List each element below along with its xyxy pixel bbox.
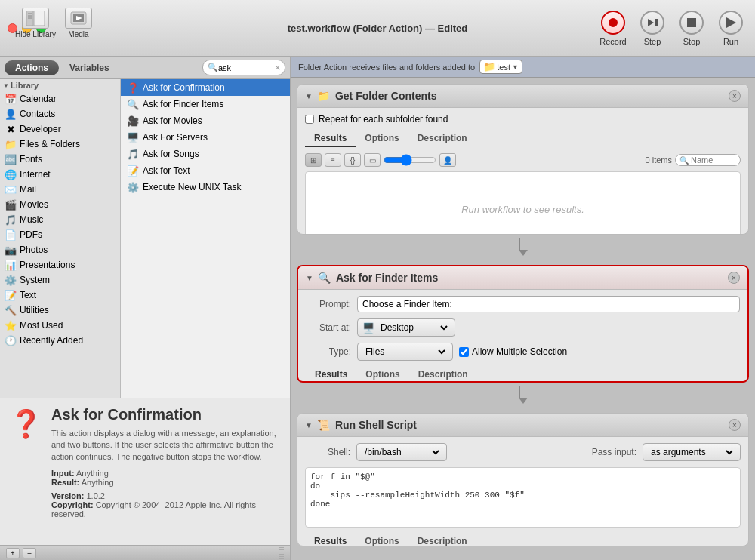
type-select[interactable]: Files Folders Files and Folders <box>357 343 453 361</box>
record-button[interactable]: Record <box>596 11 630 46</box>
tab-options-3[interactable]: Options <box>356 534 408 546</box>
sidebar-item-presentations[interactable]: 📊 Presentations <box>0 257 120 272</box>
code-editor[interactable]: for f in "$@" do sips --resampleHeightWi… <box>305 467 741 528</box>
hide-library-button[interactable]: Hide Library <box>15 8 56 38</box>
get-folder-contents-close[interactable]: × <box>729 90 741 102</box>
sidebar-item-system[interactable]: ⚙️ System <box>0 272 120 288</box>
shell-dropdown[interactable]: /bin/bash /bin/sh /usr/bin/perl <box>362 446 442 458</box>
sidebar-item-pdfs[interactable]: 📄 PDFs <box>0 227 120 242</box>
sidebar-item-fonts[interactable]: 🔤 Fonts <box>0 152 120 167</box>
collapse-icon-3[interactable]: ▼ <box>305 421 313 429</box>
view-grid-button[interactable]: ⊞ <box>305 153 322 167</box>
sidebar-item-label: Most Used <box>20 320 63 331</box>
shell-select[interactable]: /bin/bash /bin/sh /usr/bin/perl <box>356 443 447 461</box>
sidebar-item-developer[interactable]: ✖ Developer <box>0 122 120 137</box>
run-button[interactable]: Run <box>714 11 747 46</box>
svg-marker-8 <box>648 19 654 26</box>
library-header[interactable]: ▼ Library <box>0 79 120 91</box>
result-label: Ask for Confirmation <box>143 82 225 93</box>
tab-description-3[interactable]: Description <box>408 534 476 546</box>
result-ask-movies[interactable]: 🎥 Ask for Movies <box>121 112 290 129</box>
remove-action-button[interactable]: – <box>23 548 36 558</box>
sidebar-item-files[interactable]: 📁 Files & Folders <box>0 137 120 152</box>
result-ask-servers[interactable]: 🖥️ Ask For Servers <box>121 129 290 146</box>
resize-handle[interactable] <box>279 547 284 559</box>
sidebar-item-label: Contacts <box>20 109 55 119</box>
media-button[interactable]: Media <box>65 8 92 38</box>
prompt-input[interactable] <box>357 296 740 312</box>
sidebar-item-mail[interactable]: ✉️ Mail <box>0 182 120 197</box>
collapse-icon[interactable]: ▼ <box>305 92 313 100</box>
tab-description-1[interactable]: Description <box>408 131 476 147</box>
tab-options-2[interactable]: Options <box>356 367 408 383</box>
type-dropdown[interactable]: Files Folders Files and Folders <box>362 346 448 358</box>
tab-results-3[interactable]: Results <box>305 534 356 546</box>
description-panel: ❓ Ask for Confirmation This action displ… <box>0 398 290 545</box>
sidebar-item-label: Utilities <box>20 305 49 315</box>
execute-unix-icon: ⚙️ <box>127 181 139 193</box>
start-at-select[interactable]: 🖥️ Desktop Home Documents <box>357 318 455 337</box>
results-list: ❓ Ask for Confirmation 🔍 Ask for Finder … <box>121 79 290 398</box>
result-execute-unix[interactable]: ⚙️ Execute New UNIX Task <box>121 179 290 195</box>
connector-1 <box>291 235 755 259</box>
result-label: Ask for Finder Items <box>143 99 223 109</box>
stop-button[interactable]: Stop <box>675 11 708 46</box>
pass-input-select[interactable]: as arguments to stdin <box>643 443 741 461</box>
sidebar-item-internet[interactable]: 🌐 Internet <box>0 167 120 182</box>
tab-results-1[interactable]: Results <box>305 131 356 147</box>
sidebar-item-movies[interactable]: 🎬 Movies <box>0 197 120 212</box>
right-panel: Folder Action receives files and folders… <box>291 57 755 560</box>
run-shell-script-title: Run Shell Script <box>335 419 724 431</box>
view-person-button[interactable]: 👤 <box>439 153 456 167</box>
block-tabs-3: Results Options Description <box>305 534 741 546</box>
add-action-button[interactable]: + <box>6 548 20 558</box>
sidebar-item-utilities[interactable]: 🔨 Utilities <box>0 303 120 318</box>
sidebar-item-text[interactable]: 📝 Text <box>0 288 120 303</box>
tab-options-1[interactable]: Options <box>356 131 408 147</box>
photos-icon: 📷 <box>5 244 17 256</box>
ask-finder-items-close[interactable]: × <box>728 272 740 284</box>
sidebar-item-music[interactable]: 🎵 Music <box>0 212 120 227</box>
stop-icon <box>680 11 704 35</box>
connector-line-1 <box>519 238 520 250</box>
sidebar-item-recently[interactable]: 🕐 Recently Added <box>0 333 120 348</box>
result-ask-finder[interactable]: 🔍 Ask for Finder Items <box>121 96 290 112</box>
sidebar-item-photos[interactable]: 📷 Photos <box>0 242 120 257</box>
sidebar-item-label: Files & Folders <box>20 139 80 149</box>
shell-row: Shell: /bin/bash /bin/sh /usr/bin/perl P… <box>305 443 741 461</box>
search-input[interactable] <box>218 63 275 72</box>
result-label: Ask for Movies <box>143 115 202 126</box>
zoom-range[interactable] <box>384 154 436 166</box>
tab-description-2[interactable]: Description <box>409 367 477 383</box>
sidebar-item-contacts[interactable]: 👤 Contacts <box>0 106 120 122</box>
developer-icon: ✖ <box>5 123 17 135</box>
run-shell-script-icon: 📜 <box>317 418 331 432</box>
start-at-dropdown[interactable]: Desktop Home Documents <box>378 322 450 334</box>
sidebar-item-calendar[interactable]: 📅 Calendar <box>0 91 120 106</box>
subfolder-checkbox[interactable] <box>305 115 314 124</box>
view-preview-button[interactable]: ▭ <box>364 153 381 167</box>
step-button[interactable]: Step <box>636 11 669 46</box>
triangle-icon: ▼ <box>3 82 9 89</box>
folder-name: test <box>497 63 510 72</box>
view-code-button[interactable]: {} <box>344 153 361 167</box>
result-ask-text[interactable]: 📝 Ask for Text <box>121 162 290 179</box>
subfolder-checkbox-row: Repeat for each subfolder found <box>305 114 741 125</box>
search-clear-button[interactable]: × <box>275 62 281 73</box>
view-list-button[interactable]: ≡ <box>325 153 341 167</box>
result-ask-confirmation[interactable]: ❓ Ask for Confirmation <box>121 79 290 96</box>
run-shell-script-header: ▼ 📜 Run Shell Script × <box>297 414 748 437</box>
allow-multiple-checkbox[interactable] <box>459 347 469 357</box>
connector-arrow-2 <box>519 398 528 404</box>
tab-actions[interactable]: Actions <box>5 60 59 75</box>
tab-results-2[interactable]: Results <box>306 367 356 383</box>
pass-input-dropdown[interactable]: as arguments to stdin <box>648 446 735 458</box>
results-search-input[interactable] <box>691 155 736 165</box>
sidebar-item-mostused[interactable]: ⭐ Most Used <box>0 318 120 333</box>
tab-variables[interactable]: Variables <box>59 60 120 75</box>
ask-servers-icon: 🖥️ <box>127 131 139 143</box>
folder-select[interactable]: 📁 test ▼ <box>479 60 522 74</box>
result-ask-songs[interactable]: 🎵 Ask for Songs <box>121 146 290 162</box>
collapse-icon-2[interactable]: ▼ <box>306 274 313 282</box>
run-shell-script-close[interactable]: × <box>729 419 741 431</box>
